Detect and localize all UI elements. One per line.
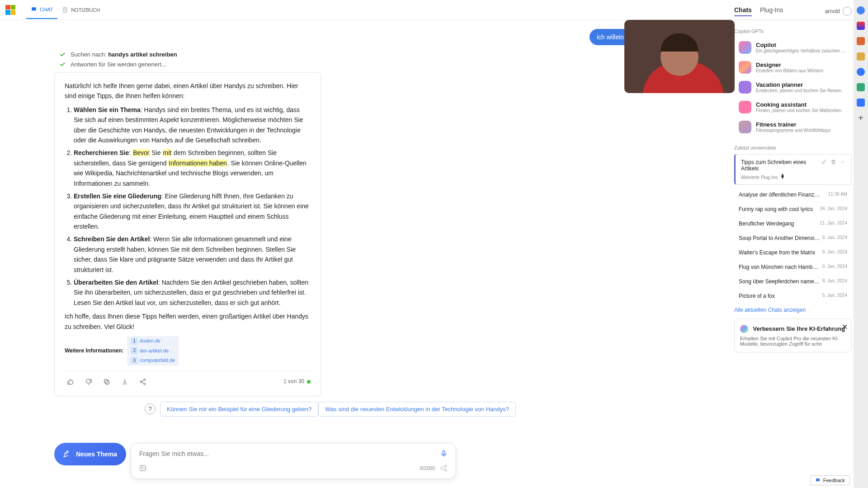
char-count: 0/2000 xyxy=(420,465,435,471)
tab-notebook[interactable]: NOTIZBUCH xyxy=(57,1,104,19)
suggestion-chip[interactable]: Was sind die neuesten Entwicklungen in d… xyxy=(318,402,516,417)
webcam-overlay xyxy=(624,20,735,93)
user-menu[interactable]: arnold xyxy=(825,6,852,16)
image-search-icon[interactable] xyxy=(139,465,146,472)
answer-intro: Natürlich! Ich helfe Ihnen gerne dabei, … xyxy=(65,81,311,101)
check-icon xyxy=(59,51,66,58)
microphone-icon[interactable] xyxy=(440,450,448,458)
promo-desc: Erhalten Sie mit Copilot Pro die neueste… xyxy=(740,336,846,347)
dislike-button[interactable] xyxy=(83,376,94,388)
promo-card: ✕ Verbessern Sie Ihre KI-Erfahrung Erhal… xyxy=(734,319,852,352)
avatar-icon xyxy=(843,7,852,16)
chat-history-item[interactable]: Song über Seepferdchen namens Bub8. Jan.… xyxy=(734,274,852,289)
feedback-icon xyxy=(815,478,821,483)
microsoft-logo[interactable] xyxy=(5,5,15,15)
compose-input[interactable] xyxy=(139,450,436,457)
status-dot xyxy=(307,380,311,384)
sources-row: Weitere Informationen: 1duden.de 2der-ar… xyxy=(65,336,311,366)
copy-button[interactable] xyxy=(101,376,113,388)
chat-icon xyxy=(31,6,37,13)
answer-item: Wählen Sie ein Thema: Handys sind ein br… xyxy=(74,105,311,145)
source-link[interactable]: 3computerbild.de xyxy=(127,356,179,366)
suggestion-chip[interactable]: Können Sie mir ein Beispiel für eine Gli… xyxy=(160,402,318,417)
chevron-up-icon[interactable] xyxy=(840,159,846,165)
rail-icon-1[interactable] xyxy=(857,22,865,30)
suggestion-icon: ? xyxy=(145,404,156,414)
copilot-icon xyxy=(740,325,748,333)
assistant-answer: Natürlich! Ich helfe Ihnen gerne dabei, … xyxy=(54,72,321,396)
answer-outro: Ich hoffe, dass Ihnen diese Tipps helfen… xyxy=(65,311,311,332)
close-icon[interactable]: ✕ xyxy=(842,323,848,331)
download-button[interactable] xyxy=(119,376,131,388)
promo-title: Verbessern Sie Ihre KI-Erfahrung xyxy=(753,325,845,332)
feedback-button[interactable]: Feedback xyxy=(810,475,850,485)
plugin-icon xyxy=(780,174,785,179)
gpt-card[interactable]: CopilotEin gleichgewichtiges Verhältnis … xyxy=(734,38,852,57)
answer-item: Erstellen Sie eine Gliederung: Eine Glie… xyxy=(74,191,311,232)
svg-rect-3 xyxy=(443,451,444,455)
new-topic-button[interactable]: Neues Thema xyxy=(54,443,126,465)
svg-rect-2 xyxy=(104,379,108,383)
chat-history-item[interactable]: Funny rap song with cool lyrics24. Jan. … xyxy=(734,202,852,216)
svg-rect-0 xyxy=(63,7,67,12)
broom-icon xyxy=(63,450,71,458)
gpt-card[interactable]: Fitness trainerFitnessprogramme und Wohl… xyxy=(734,117,852,137)
turn-counter: 1 von 30 xyxy=(283,377,304,386)
like-button[interactable] xyxy=(65,376,76,388)
section-gpts-title: Copilot-GPTs xyxy=(734,28,852,34)
svg-rect-1 xyxy=(105,380,109,384)
gpt-card[interactable]: DesignerErstellen von Bildern aus Wörter… xyxy=(734,57,852,77)
plus-icon[interactable]: + xyxy=(857,114,865,122)
rail-icon-6[interactable] xyxy=(857,99,865,107)
rail-icon-3[interactable] xyxy=(857,52,865,61)
trash-icon[interactable] xyxy=(830,159,836,165)
answer-item: Schreiben Sie den Artikel: Wenn Sie alle… xyxy=(74,234,311,275)
edit-icon[interactable] xyxy=(821,159,827,165)
check-icon xyxy=(59,61,66,68)
rail-icon-4[interactable] xyxy=(857,68,865,76)
gpt-card[interactable]: Cooking assistantFinden, planen und koch… xyxy=(734,97,852,117)
share-button[interactable] xyxy=(137,376,149,388)
answer-item: Recherchieren Sie: Bevor Sie mit dem Sch… xyxy=(74,148,311,188)
svg-rect-4 xyxy=(140,465,146,471)
compose-box[interactable]: 0/2000 xyxy=(131,443,456,479)
right-tab-plugins[interactable]: Plug-Ins xyxy=(760,6,783,16)
right-tab-chats[interactable]: Chats xyxy=(734,6,752,16)
show-all-chats-link[interactable]: Alle aktuellen Chats anzeigen xyxy=(734,307,852,313)
notebook-icon xyxy=(62,7,68,13)
chat-history-item[interactable]: Flug von München nach Hamburg8. Jan. 202… xyxy=(734,260,852,274)
active-chat[interactable]: Tipps zum Schreiben eines Artikels Aktiv… xyxy=(734,154,852,185)
chat-history-item[interactable]: Walter's Escape from the Matrix8. Jan. 2… xyxy=(734,245,852,260)
tab-chat-label: CHAT xyxy=(40,7,53,12)
chat-history-item[interactable]: Analyse der öffentlichen Finanzierung de… xyxy=(734,188,852,202)
tab-chat[interactable]: CHAT xyxy=(26,1,57,19)
tab-notebook-label: NOTIZBUCH xyxy=(71,7,100,13)
gpt-card[interactable]: Vacation plannerEntdecken, planen und bu… xyxy=(734,77,852,97)
rail-icon-2[interactable] xyxy=(857,37,865,45)
svg-point-5 xyxy=(142,467,143,468)
section-recent-title: Zuletzt verwendete xyxy=(734,145,852,150)
sources-label: Weitere Informationen: xyxy=(65,347,123,355)
chat-history-item[interactable]: Picture of a fox5. Jan. 2024 xyxy=(734,289,852,303)
send-icon[interactable] xyxy=(439,464,448,472)
source-link[interactable]: 1duden.de xyxy=(127,336,179,346)
right-rail: + xyxy=(854,0,868,488)
rail-icon-5[interactable] xyxy=(857,83,865,91)
user-message: ich willeinen artikel zu handys schreibe… xyxy=(54,29,717,45)
search-icon[interactable] xyxy=(857,6,865,14)
chat-history-item[interactable]: Beruflicher Werdegang11. Jan. 2024 xyxy=(734,216,852,231)
chat-history-item[interactable]: Soup Portal to Another Dimension8. Jan. … xyxy=(734,231,852,245)
source-link[interactable]: 2der-artikel.de xyxy=(127,346,179,356)
answer-item: Überarbeiten Sie den Artikel: Nachdem Si… xyxy=(74,277,311,308)
